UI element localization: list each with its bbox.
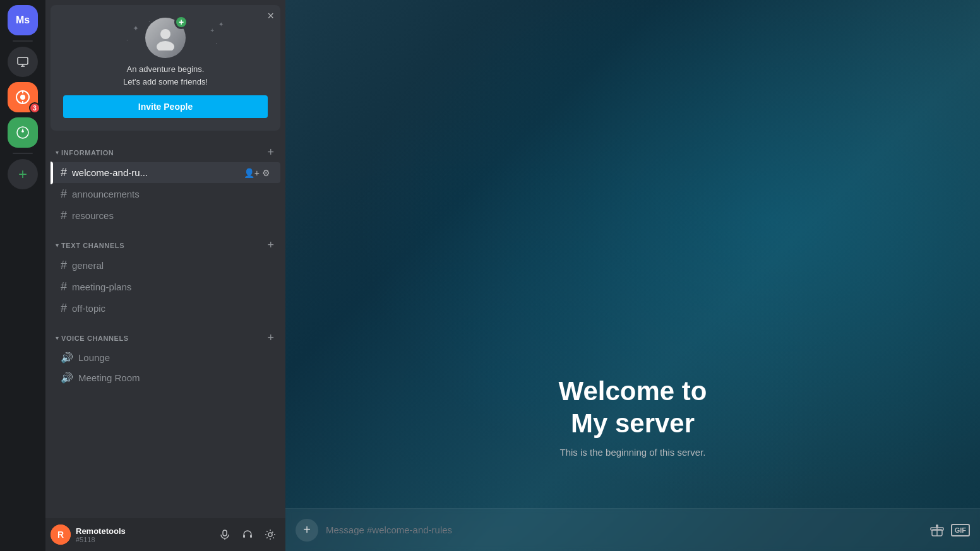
popup-card: × ✦ · · + ✦ · + An adventure begins. Let… <box>51 5 280 131</box>
main-content: Welcome to My server This is the beginni… <box>285 0 980 551</box>
dm-label: Ms <box>16 15 30 26</box>
svg-rect-0 <box>18 57 28 64</box>
channels-area: ▾ INFORMATION + # welcome-and-ru... 👤+ ⚙… <box>45 136 285 518</box>
section-label-voice-channels: VOICE CHANNELS <box>61 335 263 342</box>
user-info: Remotetools #5118 <box>76 526 210 543</box>
chevron-down-icon-voice: ▾ <box>56 335 59 341</box>
mute-button[interactable] <box>215 524 235 545</box>
svg-point-11 <box>157 41 174 50</box>
svg-rect-17 <box>250 535 252 538</box>
section-header-text-channels[interactable]: ▾ TEXT CHANNELS + <box>45 228 285 254</box>
channel-name-meeting-plans: meeting-plans <box>72 281 270 292</box>
channel-name-meeting-room: Meeting Room <box>78 372 270 383</box>
invite-people-button[interactable]: Invite People <box>63 95 268 118</box>
channel-item-general[interactable]: # general <box>51 255 280 276</box>
channel-item-lounge[interactable]: 🔊 Lounge <box>51 348 280 367</box>
add-user-icon[interactable]: 👤+ <box>244 168 260 178</box>
channel-action-icons: 👤+ ⚙ <box>244 168 270 178</box>
channel-name-lounge: Lounge <box>78 352 270 363</box>
section-add-button-text-channels[interactable]: + <box>266 239 275 252</box>
avatar: R <box>51 524 71 545</box>
svg-point-4 <box>20 95 25 100</box>
remotetools-icon <box>14 88 32 106</box>
section-add-button-voice-channels[interactable]: + <box>266 331 275 345</box>
sidebar-item-dm[interactable]: Ms <box>8 5 38 35</box>
hash-icon-welcome: # <box>61 166 67 179</box>
popup-close-button[interactable]: × <box>267 10 274 21</box>
svg-point-10 <box>160 29 170 39</box>
settings-icon[interactable]: ⚙ <box>262 168 270 178</box>
channel-item-meeting-plans[interactable]: # meeting-plans <box>51 276 280 297</box>
channel-name-welcome: welcome-and-ru... <box>72 167 239 178</box>
sparkle-decoration-5: ✦ <box>218 21 224 28</box>
channel-name-announcements: announcements <box>72 189 270 199</box>
icon-bar-divider-2 <box>13 153 33 154</box>
channel-item-announcements[interactable]: # announcements <box>51 184 280 204</box>
channel-item-off-topic[interactable]: # off-topic <box>51 298 280 319</box>
sidebar-item-browse[interactable] <box>8 47 38 77</box>
notification-badge: 3 <box>29 102 40 114</box>
sparkle-decoration-6: · <box>215 40 217 47</box>
svg-marker-9 <box>21 133 24 137</box>
section-header-information[interactable]: ▾ INFORMATION + <box>45 136 285 162</box>
user-settings-button[interactable] <box>260 524 280 545</box>
hash-icon-general: # <box>61 259 67 272</box>
message-input[interactable] <box>326 524 921 535</box>
chevron-down-icon-text: ▾ <box>56 242 59 249</box>
compass-icon <box>15 125 30 140</box>
sparkle-decoration-4: + <box>210 27 214 34</box>
section-voice-channels: ▾ VOICE CHANNELS + 🔊 Lounge 🔊 Meeting Ro… <box>45 321 285 388</box>
gear-icon <box>265 529 276 540</box>
user-controls <box>215 524 280 545</box>
svg-rect-16 <box>243 535 245 538</box>
message-bar: + GIF <box>285 508 980 551</box>
gift-icon <box>930 523 944 537</box>
voice-icon-lounge: 🔊 <box>61 352 73 364</box>
welcome-area: Welcome to My server This is the beginni… <box>285 0 980 508</box>
plus-icon-message: + <box>303 523 311 537</box>
svg-point-18 <box>268 533 272 536</box>
message-add-button[interactable]: + <box>296 519 318 542</box>
svg-text:R: R <box>57 530 64 540</box>
channel-name-resources: resources <box>72 210 270 221</box>
plus-icon: + <box>18 165 27 183</box>
icon-bar-divider <box>13 40 33 42</box>
welcome-subtitle: This is the beginning of this server. <box>560 447 706 458</box>
hash-icon-resources: # <box>61 209 67 222</box>
server-icon-bar: Ms 3 + <box>0 0 45 551</box>
avatar-image: R <box>51 524 71 545</box>
sparkle-decoration: ✦ <box>133 24 139 33</box>
gif-button[interactable]: GIF <box>951 524 970 536</box>
hash-icon-off-topic: # <box>61 302 67 315</box>
channel-item-resources[interactable]: # resources <box>51 205 280 226</box>
hash-icon-announcements: # <box>61 187 67 201</box>
sidebar-item-explore[interactable] <box>8 117 38 148</box>
channel-item-meeting-room[interactable]: 🔊 Meeting Room <box>51 368 280 388</box>
popup-text: An adventure begins. Let's add some frie… <box>63 63 268 88</box>
section-header-voice-channels[interactable]: ▾ VOICE CHANNELS + <box>45 321 285 347</box>
channel-sidebar: × ✦ · · + ✦ · + An adventure begins. Let… <box>45 0 285 551</box>
avatar-plus-badge: + <box>174 15 188 29</box>
deafen-button[interactable] <box>237 524 258 545</box>
sparkle-decoration-3: · <box>126 37 128 44</box>
welcome-title: Welcome to My server <box>559 376 707 439</box>
channel-name-off-topic: off-topic <box>72 303 270 314</box>
avatar-person-icon <box>153 25 178 50</box>
chevron-down-icon: ▾ <box>56 149 59 156</box>
sidebar-item-remotetools[interactable]: 3 <box>8 82 38 112</box>
gift-button[interactable] <box>928 521 946 539</box>
channel-name-general: general <box>72 260 270 271</box>
headphones-icon <box>242 529 253 540</box>
add-server-button[interactable]: + <box>8 159 38 189</box>
monitor-icon <box>16 56 29 68</box>
message-actions: GIF <box>928 521 970 539</box>
username: Remotetools <box>76 526 210 536</box>
section-add-button-information[interactable]: + <box>266 146 275 159</box>
hash-icon-meeting-plans: # <box>61 280 67 293</box>
svg-rect-14 <box>223 530 227 536</box>
mic-icon <box>219 529 230 540</box>
channel-item-welcome-and-rules[interactable]: # welcome-and-ru... 👤+ ⚙ <box>51 162 280 183</box>
section-label-information: INFORMATION <box>61 149 263 157</box>
section-information: ▾ INFORMATION + # welcome-and-ru... 👤+ ⚙… <box>45 136 285 226</box>
svg-marker-8 <box>21 128 24 133</box>
